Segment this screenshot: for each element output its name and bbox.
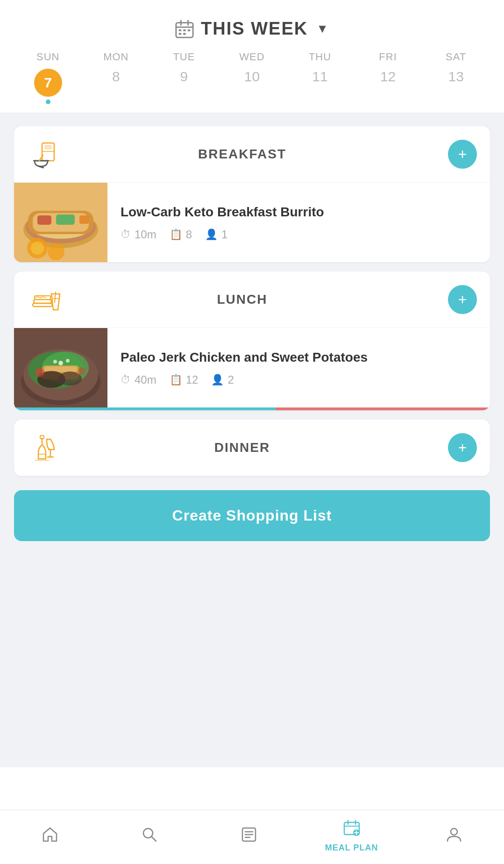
breakfast-header: BREAKFAST + — [14, 126, 490, 183]
breakfast-recipe-info: Low-Carb Keto Breakfast Burrito ⏱ 10m 📋 … — [107, 194, 490, 250]
svg-rect-7 — [179, 33, 182, 35]
svg-rect-4 — [179, 29, 182, 31]
this-week-label: THIS WEEK — [201, 19, 308, 39]
day-num-wed: 10 — [244, 69, 260, 85]
lunch-time-value: 40m — [135, 373, 156, 386]
nav-search[interactable] — [126, 826, 173, 847]
svg-rect-23 — [79, 215, 89, 224]
dinner-add-button[interactable]: + — [448, 433, 477, 462]
lunch-ingredients: 📋 12 — [170, 373, 199, 386]
lunch-servings: 👤 2 — [211, 373, 234, 386]
bottom-navigation: MEAL PLAN — [0, 810, 504, 864]
svg-point-45 — [53, 360, 57, 364]
svg-point-43 — [58, 361, 63, 365]
breakfast-title: BREAKFAST — [36, 147, 448, 162]
breakfast-add-button[interactable]: + — [448, 140, 477, 169]
svg-point-44 — [66, 359, 70, 363]
day-fri[interactable]: FRI 12 — [365, 46, 412, 113]
svg-line-52 — [151, 836, 156, 841]
breakfast-servings-value: 1 — [221, 228, 227, 241]
lunch-servings-value: 2 — [227, 373, 234, 386]
svg-point-42 — [78, 367, 85, 375]
breakfast-recipe-card[interactable]: Low-Carb Keto Breakfast Burrito ⏱ 10m 📋 … — [14, 183, 490, 262]
svg-point-25 — [31, 242, 44, 255]
week-navigation: SUN 7 MON 8 TUE 9 WED 10 THU 11 FRI 12 S… — [0, 46, 504, 113]
breakfast-recipe-meta: ⏱ 10m 📋 8 👤 1 — [121, 228, 477, 241]
day-label-fri: FRI — [379, 51, 397, 63]
breakfast-ingredients: 📋 8 — [170, 228, 192, 241]
week-selector[interactable]: THIS WEEK ▼ — [175, 19, 329, 39]
search-icon — [141, 826, 158, 847]
progress-bar-red — [276, 407, 490, 410]
day-num-sat: 13 — [448, 69, 463, 85]
nav-profile[interactable] — [431, 826, 477, 847]
lunch-time: ⏱ 40m — [121, 373, 156, 386]
profile-icon — [446, 826, 462, 847]
meal-plan-icon — [343, 820, 360, 840]
svg-rect-8 — [183, 33, 186, 35]
lunch-title: LUNCH — [36, 292, 448, 307]
day-label-thu: THU — [309, 51, 331, 63]
day-label-mon: MON — [103, 51, 128, 63]
day-mon[interactable]: MON 8 — [92, 46, 139, 113]
day-num-mon: 8 — [112, 69, 120, 85]
active-dot — [46, 100, 50, 104]
day-label-wed: WED — [239, 51, 264, 63]
lunch-recipe-meta: ⏱ 40m 📋 12 👤 2 — [121, 373, 477, 386]
day-label-sun: SUN — [36, 51, 59, 63]
day-num-tue: 9 — [180, 69, 188, 85]
lunch-recipe-info: Paleo Jerk Chicken and Sweet Potatoes ⏱ … — [107, 340, 490, 396]
lunch-recipe-name: Paleo Jerk Chicken and Sweet Potatoes — [121, 349, 477, 366]
meal-plan-label: MEAL PLAN — [325, 843, 378, 853]
calendar-icon — [175, 19, 194, 39]
breakfast-time: ⏱ 10m — [121, 228, 156, 241]
chevron-down-icon: ▼ — [316, 21, 329, 36]
day-tue[interactable]: TUE 9 — [161, 46, 207, 113]
dinner-title: DINNER — [36, 440, 448, 455]
breakfast-section: BREAKFAST + — [14, 126, 490, 262]
day-sat[interactable]: SAT 13 — [433, 46, 479, 113]
breakfast-recipe-name: Low-Carb Keto Breakfast Burrito — [121, 204, 477, 221]
svg-rect-6 — [188, 29, 191, 31]
main-content: BREAKFAST + — [0, 113, 504, 767]
svg-rect-5 — [183, 29, 186, 31]
home-icon — [42, 826, 58, 847]
svg-rect-22 — [56, 214, 75, 225]
svg-point-26 — [48, 243, 64, 260]
servings-icon: 👤 — [205, 228, 218, 241]
svg-point-40 — [58, 371, 82, 386]
lunch-header: LUNCH + — [14, 271, 490, 328]
breakfast-time-value: 10m — [135, 228, 156, 241]
lunch-recipe-image — [14, 328, 107, 407]
svg-point-64 — [451, 828, 457, 835]
day-num-fri: 12 — [380, 69, 396, 85]
breakfast-servings: 👤 1 — [205, 228, 227, 241]
clock-icon: ⏱ — [121, 228, 131, 241]
ingredients-icon: 📋 — [170, 228, 182, 241]
day-thu[interactable]: THU 11 — [297, 46, 343, 113]
lunch-section: LUNCH + — [14, 271, 490, 410]
progress-bar-blue — [14, 407, 276, 410]
day-wed[interactable]: WED 10 — [228, 46, 275, 113]
day-label-sat: SAT — [446, 51, 466, 63]
svg-rect-38 — [44, 366, 77, 372]
macro-progress-bar — [14, 407, 490, 410]
lunch-ingredients-value: 12 — [186, 373, 199, 386]
list-icon — [241, 826, 257, 847]
breakfast-ingredients-value: 8 — [186, 228, 192, 241]
day-sun[interactable]: SUN 7 — [25, 46, 71, 113]
lunch-recipe-card[interactable]: Paleo Jerk Chicken and Sweet Potatoes ⏱ … — [14, 328, 490, 407]
nav-home[interactable] — [27, 826, 73, 847]
day-label-tue: TUE — [173, 51, 195, 63]
header: THIS WEEK ▼ — [0, 0, 504, 46]
svg-rect-21 — [37, 215, 51, 225]
day-num-thu: 11 — [312, 69, 327, 85]
lunch-add-button[interactable]: + — [448, 285, 477, 314]
nav-list[interactable] — [226, 826, 272, 847]
dinner-header: DINNER + — [14, 420, 490, 476]
svg-point-41 — [35, 368, 44, 377]
nav-meal-plan[interactable]: MEAL PLAN — [325, 820, 378, 853]
ingredients-icon: 📋 — [170, 374, 182, 386]
dinner-section: DINNER + — [14, 420, 490, 476]
create-shopping-list-button[interactable]: Create Shopping List — [14, 490, 490, 541]
